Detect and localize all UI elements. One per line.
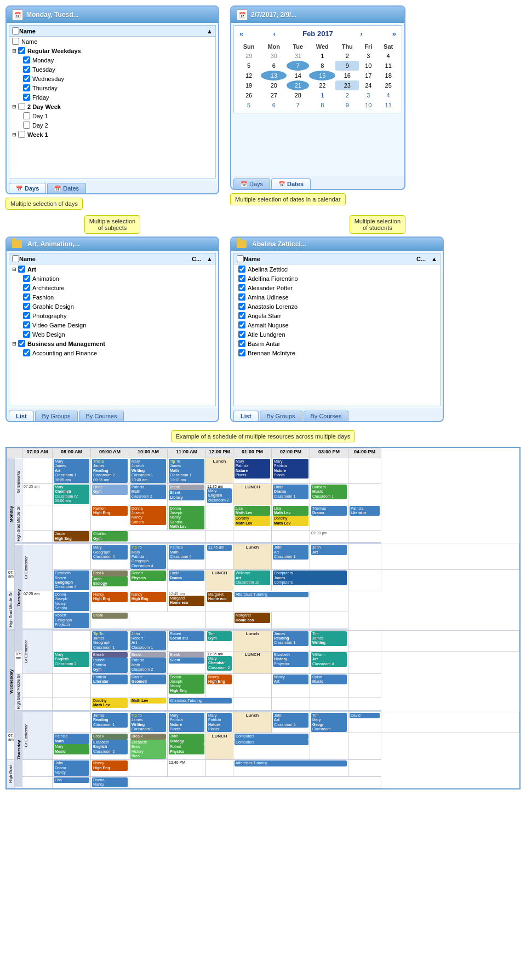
graphic-design-checkbox[interactable]	[23, 303, 30, 310]
animation-checkbox[interactable]	[23, 275, 30, 282]
cal-day[interactable]: 11	[378, 100, 399, 110]
expand-icon-2day[interactable]: ⊟	[12, 104, 16, 109]
student-item-brennan[interactable]: Brennan McIntyre	[234, 348, 440, 358]
tuesday-checkbox[interactable]	[23, 66, 30, 73]
cal-day-selected[interactable]: 7	[287, 61, 309, 71]
cal-prev-prev-btn[interactable]: «	[237, 28, 246, 39]
monday-checkbox[interactable]	[23, 56, 30, 64]
cal-day[interactable]: 16	[335, 71, 359, 80]
student-item-adelfina[interactable]: Adelfina Fiorentino	[234, 274, 440, 283]
amina-checkbox[interactable]	[238, 293, 245, 301]
tree-item-photography[interactable]: Photography	[9, 311, 215, 320]
thursday-checkbox[interactable]	[23, 84, 30, 91]
cal-day[interactable]: 2	[335, 51, 359, 61]
cal-day[interactable]: 20	[261, 80, 287, 90]
cal-day[interactable]: 9	[335, 100, 359, 110]
cal-day[interactable]: 31	[287, 51, 309, 61]
expand-icon-art[interactable]: ⊟	[12, 267, 16, 272]
cal-day[interactable]: 10	[359, 100, 378, 110]
cal-day[interactable]: 26	[237, 90, 261, 100]
cal-day-selected[interactable]: 13	[261, 71, 287, 80]
cal-day[interactable]: 29	[237, 51, 261, 61]
basim-checkbox[interactable]	[238, 340, 245, 347]
tree-item-animation[interactable]: Animation	[9, 274, 215, 283]
cal-day[interactable]: 24	[359, 80, 378, 90]
photography-checkbox[interactable]	[23, 312, 30, 319]
days-scroll-up[interactable]: ▲	[207, 28, 213, 34]
anastasio-checkbox[interactable]	[238, 303, 245, 310]
day1-checkbox[interactable]	[23, 112, 30, 119]
student-item-atle[interactable]: Atle Lundgren	[234, 330, 440, 339]
cal-day[interactable]: 5	[237, 100, 261, 110]
cal-day-today[interactable]: 23	[335, 80, 359, 90]
brennan-checkbox[interactable]	[238, 349, 245, 356]
cal-tab-days[interactable]: 📅 Days	[233, 178, 270, 189]
cal-day[interactable]: 3	[359, 90, 378, 100]
friday-checkbox[interactable]	[23, 94, 30, 101]
subjects-tab-by-courses[interactable]: By Courses	[79, 411, 124, 421]
students-header-checkbox[interactable]	[237, 255, 244, 262]
video-game-checkbox[interactable]	[23, 321, 30, 328]
cal-day[interactable]: 8	[309, 61, 335, 71]
tree-item-fashion[interactable]: Fashion	[9, 292, 215, 302]
angela-checkbox[interactable]	[238, 312, 245, 319]
subjects-tab-by-groups[interactable]: By Groups	[35, 411, 78, 421]
cal-day[interactable]: 1	[309, 90, 335, 100]
adelfina-checkbox[interactable]	[238, 275, 245, 282]
days-tab-dates[interactable]: 📅 Dates	[47, 183, 86, 193]
cal-day[interactable]: 19	[237, 80, 261, 90]
fashion-checkbox[interactable]	[23, 293, 30, 301]
student-item-alexander[interactable]: Alexander Potter	[234, 283, 440, 292]
cal-day-today[interactable]: 9	[335, 61, 359, 71]
cal-next-next-btn[interactable]: »	[390, 28, 399, 39]
name-checkbox[interactable]	[12, 38, 19, 45]
cal-day[interactable]: 3	[359, 51, 378, 61]
asmait-checkbox[interactable]	[238, 321, 245, 328]
expand-icon-business[interactable]: ⊟	[12, 341, 16, 347]
cal-day-selected[interactable]: 21	[287, 80, 309, 90]
cal-day-selected[interactable]: 15	[309, 71, 335, 80]
tree-item-day1[interactable]: Day 1	[9, 111, 215, 120]
students-tab-by-groups[interactable]: By Groups	[260, 411, 302, 421]
cal-day[interactable]: 6	[261, 61, 287, 71]
subjects-scroll-up[interactable]: ▲	[207, 256, 213, 262]
web-design-checkbox[interactable]	[23, 331, 30, 338]
cal-day[interactable]: 30	[261, 51, 287, 61]
tree-item-day2[interactable]: Day 2	[9, 120, 215, 130]
cal-day[interactable]: 14	[287, 71, 309, 80]
subjects-tab-list[interactable]: List	[9, 411, 34, 421]
students-tab-list[interactable]: List	[233, 411, 259, 421]
tree-item-architecture[interactable]: Architecture	[9, 283, 215, 292]
cal-day[interactable]: 18	[378, 71, 399, 80]
cal-day[interactable]: 8	[309, 100, 335, 110]
student-item-angela[interactable]: Angela Starr	[234, 311, 440, 320]
expand-icon-weekdays[interactable]: ⊟	[12, 48, 16, 54]
cal-day[interactable]: 25	[378, 80, 399, 90]
weekdays-checkbox[interactable]	[18, 47, 25, 54]
student-item-anastasio[interactable]: Anastasio Lorenzo	[234, 302, 440, 311]
students-tab-by-courses[interactable]: By Courses	[304, 411, 349, 421]
days-tab-days[interactable]: 📅 Days	[9, 183, 46, 193]
business-checkbox[interactable]	[18, 340, 25, 347]
day2-checkbox[interactable]	[23, 122, 30, 129]
days-tree-list[interactable]: Name ▲ Name ⊟ Regular Weekdays	[9, 25, 216, 178]
tree-item-monday[interactable]: Monday	[9, 55, 215, 65]
cal-day[interactable]: 28	[287, 90, 309, 100]
expand-icon-week1[interactable]: ⊟	[12, 132, 16, 137]
cal-day[interactable]: 2	[335, 90, 359, 100]
tree-item-graphic-design[interactable]: Graphic Design	[9, 302, 215, 311]
subjects-tree-list[interactable]: Name C... ▲ ⊟ Art Animation	[9, 253, 216, 406]
wednesday-checkbox[interactable]	[23, 75, 30, 82]
tree-item-art[interactable]: ⊟ Art	[9, 264, 215, 274]
cal-day[interactable]: 17	[359, 71, 378, 80]
cal-prev-btn[interactable]: ‹	[271, 28, 278, 39]
days-header-checkbox[interactable]	[12, 27, 19, 34]
subjects-header-checkbox[interactable]	[12, 255, 19, 262]
student-item-basim[interactable]: Basim Antar	[234, 339, 440, 348]
tree-item-friday[interactable]: Friday	[9, 93, 215, 102]
accounting-checkbox[interactable]	[23, 349, 30, 356]
student-item-amina[interactable]: Amina Udinese	[234, 292, 440, 302]
tree-item-accounting[interactable]: Accounting and Finance	[9, 348, 215, 358]
tree-item-regular-weekdays[interactable]: ⊟ Regular Weekdays	[9, 46, 215, 55]
atle-checkbox[interactable]	[238, 331, 245, 338]
